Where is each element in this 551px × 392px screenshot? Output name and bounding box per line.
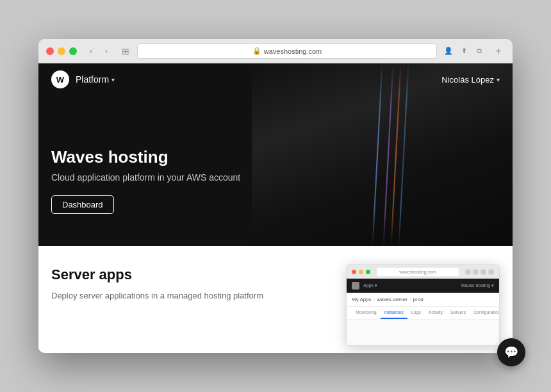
hero-subtitle: Cloud application platform in your AWS a… — [51, 172, 240, 183]
platform-chevron-icon: ▾ — [111, 76, 115, 83]
close-button[interactable] — [46, 47, 54, 55]
mini-brand-label: Waves hosting ▾ — [461, 283, 494, 288]
hero-section: W Platform ▾ Nicolás López ▾ Waves hosti — [38, 63, 513, 246]
chat-bubble-button[interactable]: 💬 — [497, 338, 525, 366]
mini-icon-3 — [481, 269, 486, 275]
bookmark-icon-btn[interactable]: ⧉ — [473, 45, 486, 58]
user-chevron-icon: ▾ — [497, 76, 500, 83]
mini-nav-bar: Apps ▾ Waves hosting ▾ — [347, 279, 499, 293]
mini-logo — [352, 282, 359, 290]
lower-section: Server apps Deploy server applications i… — [38, 246, 513, 353]
user-menu[interactable]: Nicolás López ▾ — [441, 75, 500, 85]
dashboard-button[interactable]: Dashboard — [51, 195, 114, 214]
browser-chrome: ‹ › ⊞ 🔒 waveshosting.com 👤 ⬆ ⧉ + — [38, 39, 513, 63]
mini-tab-activity: Activity — [425, 307, 447, 319]
site-nav: W Platform ▾ Nicolás López ▾ — [38, 63, 513, 95]
forward-button[interactable]: › — [100, 45, 113, 58]
mini-tab-logs: Logs — [407, 307, 425, 319]
mini-page-content: Apps ▾ Waves hosting ▾ My Apps › waves-s… — [347, 279, 499, 345]
new-tab-button[interactable]: + — [492, 45, 505, 58]
traffic-lights — [46, 47, 77, 55]
mini-browser-screenshot: waveshosting.com Apps ▾ Waves hostin — [346, 264, 500, 346]
mini-browser-icons — [465, 269, 494, 275]
mini-minimize-dot — [359, 270, 363, 274]
back-button[interactable]: ‹ — [85, 45, 97, 58]
hero-text: Waves hosting Cloud application platform… — [51, 147, 240, 214]
minimize-button[interactable] — [58, 47, 65, 55]
mini-breadcrumb: My Apps › waves-server › prod — [347, 293, 499, 307]
mini-browser-chrome: waveshosting.com — [347, 265, 499, 279]
mini-tab-configuration: Configuration — [470, 307, 500, 319]
mini-tabs: Monitoring Instances Logs Activity Serve… — [347, 307, 499, 320]
share-icon-btn[interactable]: ⬆ — [457, 45, 470, 58]
nav-left: W Platform ▾ — [51, 70, 115, 88]
mini-body — [347, 320, 499, 345]
mini-address-bar: waveshosting.com — [377, 268, 459, 276]
site-logo: W — [51, 70, 69, 88]
mini-icon-4 — [488, 269, 494, 275]
address-bar[interactable]: 🔒 waveshosting.com — [137, 44, 437, 59]
lower-text-content: Server apps Deploy server applications i… — [51, 264, 327, 302]
lower-subtitle: Deploy server applications in a managed … — [51, 290, 327, 302]
mini-close-dot — [352, 270, 356, 274]
lock-icon: 🔒 — [252, 47, 261, 55]
chat-icon: 💬 — [504, 345, 518, 359]
mini-maximize-dot — [366, 270, 370, 274]
page-content: W Platform ▾ Nicolás López ▾ Waves hosti — [38, 63, 513, 353]
nav-right: Nicolás López ▾ — [441, 75, 500, 85]
maximize-button[interactable] — [69, 47, 77, 55]
mini-icon-1 — [465, 269, 471, 275]
platform-menu[interactable]: Platform ▾ — [76, 74, 115, 85]
mini-tab-monitoring: Monitoring — [352, 307, 381, 319]
lower-title: Server apps — [51, 266, 327, 283]
mini-icon-2 — [473, 269, 479, 275]
mini-nav-app-label: Apps ▾ — [363, 283, 377, 288]
nav-buttons: ‹ › — [85, 45, 113, 58]
user-icon-btn[interactable]: 👤 — [442, 45, 455, 58]
mini-tab-instances: Instances — [381, 307, 407, 319]
mini-tab-servers: Servers — [447, 307, 470, 319]
tab-grid-button[interactable]: ⊞ — [119, 45, 132, 58]
browser-window: ‹ › ⊞ 🔒 waveshosting.com 👤 ⬆ ⧉ + — [38, 39, 513, 353]
url-text: waveshosting.com — [264, 47, 322, 55]
hero-title: Waves hosting — [51, 147, 240, 167]
address-icons: 👤 ⬆ ⧉ — [442, 45, 486, 58]
